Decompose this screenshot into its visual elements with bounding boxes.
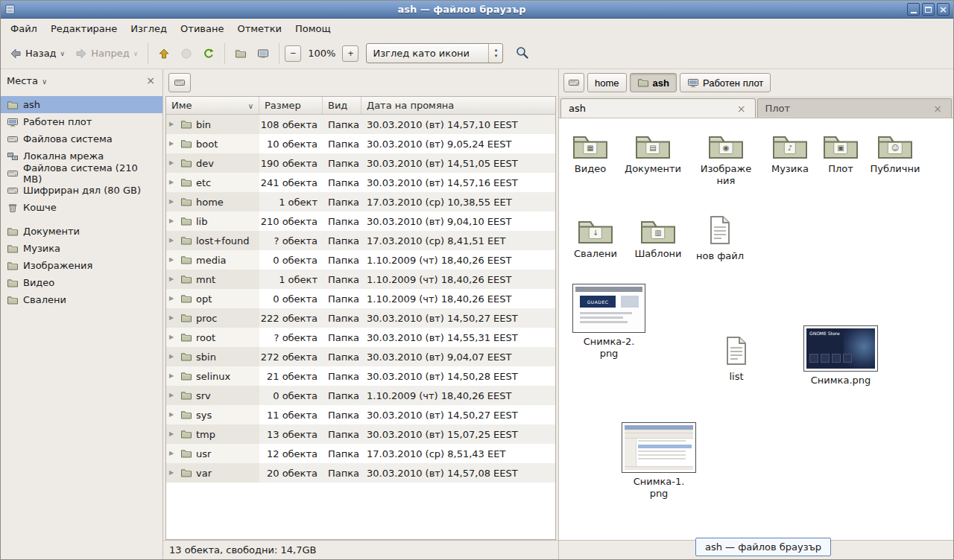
tab-close-icon[interactable]: [932, 104, 944, 114]
iconview-item-documents-folder[interactable]: ▤Документи: [619, 132, 686, 175]
menu-item-view[interactable]: Изглед: [124, 19, 174, 38]
expander-icon[interactable]: [169, 257, 177, 263]
reload-button[interactable]: [198, 44, 219, 63]
tab-plot[interactable]: Плот: [757, 98, 953, 118]
table-row[interactable]: media0 обектаПапка1.10.2009 (чт) 18,40,2…: [166, 250, 555, 270]
iconview-item-public-folder[interactable]: ☺Публични: [864, 132, 926, 175]
pathbar-desktop-button[interactable]: Работен плот: [680, 73, 771, 92]
expander-icon[interactable]: [169, 354, 177, 360]
iconview-item-downloads-folder[interactable]: ↓Свалени: [564, 217, 627, 260]
table-row[interactable]: srv0 обектаПапка1.10.2009 (чт) 18,40,26 …: [166, 386, 555, 405]
sidebar-close-icon[interactable]: [146, 75, 155, 86]
menu-item-edit[interactable]: Редактиране: [44, 19, 124, 38]
table-row[interactable]: bin108 обектаПапка30.03.2010 (вт) 14,57,…: [166, 115, 555, 134]
sidebar-item-music[interactable]: Музика: [1, 240, 162, 257]
computer-button[interactable]: [253, 44, 274, 63]
iconview-item-list-file[interactable]: list: [710, 336, 762, 383]
expander-icon[interactable]: [169, 199, 177, 205]
table-row[interactable]: opt0 обектаПапка1.10.2009 (чт) 18,40,26 …: [166, 289, 555, 308]
table-row[interactable]: lost+found? обектаПапка17.03.2010 (ср) 8…: [166, 231, 555, 250]
table-row[interactable]: proc222 обектаПапка30.03.2010 (вт) 14,50…: [166, 308, 555, 328]
sidebar-item-documents[interactable]: Документи: [1, 223, 162, 240]
table-row[interactable]: sys11 обектаПапка30.03.2010 (вт) 14,50,2…: [166, 405, 555, 424]
pathbar-root-button[interactable]: [168, 73, 191, 92]
table-row[interactable]: usr12 обектаПапка17.03.2010 (ср) 8,51,43…: [166, 444, 555, 463]
menu-item-bookmarks[interactable]: Отметки: [230, 19, 288, 38]
forward-dropdown-icon[interactable]: ∨: [133, 50, 139, 57]
column-header-2[interactable]: Вид: [323, 97, 361, 114]
view-mode-select[interactable]: Изглед като икони ▴▾: [366, 43, 503, 63]
menu-item-file[interactable]: Файл: [4, 19, 44, 38]
back-button[interactable]: Назад ∨: [5, 44, 69, 63]
sidebar-item-encrypted-80gb[interactable]: Шифриран дял (80 GB): [1, 182, 162, 199]
sidebar-item-ash[interactable]: ash: [1, 96, 162, 113]
view-mode-spinner-icon[interactable]: ▴▾: [488, 44, 502, 63]
icon-view[interactable]: ▦Видео▤Документи◉Изображения♪Музика▣Плот…: [559, 118, 953, 540]
zoom-out-button[interactable]: −: [285, 45, 301, 62]
iconview-item-templates-folder[interactable]: ▥Шаблони: [627, 217, 689, 260]
up-button[interactable]: [154, 44, 174, 63]
sidebar-item-desktop[interactable]: Работен плот: [1, 113, 162, 130]
expander-icon[interactable]: [169, 218, 177, 224]
expander-icon[interactable]: [169, 141, 177, 147]
iconview-item-video-folder[interactable]: ▦Видео: [560, 132, 620, 175]
expander-icon[interactable]: [169, 451, 177, 456]
close-button[interactable]: [937, 3, 950, 16]
table-row[interactable]: mnt1 обектПапка1.10.2009 (чт) 18,40,26 E…: [166, 270, 555, 289]
pathbar-ash-button[interactable]: ash: [630, 73, 677, 92]
expander-icon[interactable]: [169, 392, 177, 398]
table-row[interactable]: dev190 обектаПапка30.03.2010 (вт) 14,51,…: [166, 153, 555, 173]
sidebar-item-downloads[interactable]: Свалени: [1, 291, 162, 308]
iconview-item-snimka-2-png[interactable]: GUADECСнимка-2.png: [582, 284, 636, 359]
iconview-item-music-folder[interactable]: ♪Музика: [760, 132, 820, 175]
table-row[interactable]: selinux21 обектаПапка30.03.2010 (вт) 14,…: [166, 366, 555, 386]
table-row[interactable]: tmp13 обектаПапка30.03.2010 (вт) 15,07,2…: [166, 424, 555, 444]
sidebar-item-video[interactable]: Видео: [1, 274, 162, 291]
expander-icon[interactable]: [169, 121, 177, 127]
expander-icon[interactable]: [169, 412, 177, 418]
expander-icon[interactable]: [169, 470, 177, 476]
sidebar-item-images[interactable]: Изображения: [1, 257, 162, 274]
expander-icon[interactable]: [169, 296, 177, 302]
table-row[interactable]: lib210 обектаПапка30.03.2010 (вт) 9,04,1…: [166, 211, 555, 231]
expander-icon[interactable]: [169, 315, 177, 321]
minimize-button[interactable]: [907, 3, 920, 16]
table-row[interactable]: var20 обектаПапка30.03.2010 (вт) 14,57,0…: [166, 463, 555, 483]
expander-icon[interactable]: [169, 276, 177, 282]
iconview-item-snimka-png[interactable]: GNOME StoreСнимка.png: [803, 325, 878, 386]
forward-button[interactable]: Напред ∨: [71, 44, 142, 63]
stop-button[interactable]: [176, 44, 197, 63]
expander-icon[interactable]: [169, 160, 177, 166]
expander-icon[interactable]: [169, 334, 177, 340]
back-dropdown-icon[interactable]: ∨: [60, 50, 66, 57]
table-row[interactable]: root? обектаПапка30.03.2010 (вт) 14,55,3…: [166, 328, 555, 347]
pathbar-root-button[interactable]: [563, 73, 584, 92]
home-button[interactable]: [230, 44, 251, 63]
expander-icon[interactable]: [169, 238, 177, 244]
iconview-item-new-file[interactable]: нов файл: [689, 215, 751, 262]
column-header-1[interactable]: Размер: [259, 97, 323, 114]
sidebar-item-filesystem-210mb[interactable]: Файлова система (210 MB): [1, 165, 162, 182]
table-row[interactable]: home1 обектПапка17.03.2010 (ср) 10,38,55…: [166, 192, 555, 211]
column-header-0[interactable]: Име: [166, 97, 259, 114]
maximize-button[interactable]: [922, 3, 935, 16]
sidebar-item-filesystem[interactable]: Файлова система: [1, 130, 162, 147]
iconview-item-images-folder[interactable]: ◉Изображения: [698, 132, 754, 186]
sidebar-title[interactable]: Места: [7, 75, 38, 86]
expander-icon[interactable]: [169, 179, 177, 185]
titlebar[interactable]: ash — файлов браузър: [1, 1, 953, 19]
chevron-down-icon[interactable]: [42, 75, 47, 86]
column-header-3[interactable]: Дата на промяна: [361, 97, 555, 114]
iconview-item-desktop-folder[interactable]: ▣Плот: [815, 132, 867, 175]
menu-item-help[interactable]: Помощ: [288, 19, 338, 38]
table-row[interactable]: boot10 обектаПапка30.03.2010 (вт) 9,05,2…: [166, 134, 555, 153]
sidebar-item-trash[interactable]: Кошче: [1, 199, 162, 216]
expander-icon[interactable]: [169, 431, 177, 437]
search-button[interactable]: [512, 42, 532, 65]
tab-close-icon[interactable]: [736, 104, 748, 114]
expander-icon[interactable]: [169, 373, 177, 379]
menu-item-go[interactable]: Отиване: [174, 19, 230, 38]
tab-ash[interactable]: ash: [560, 98, 756, 118]
pathbar-home-button[interactable]: home: [587, 73, 627, 92]
table-row[interactable]: etc241 обектаПапка30.03.2010 (вт) 14,57,…: [166, 173, 555, 192]
